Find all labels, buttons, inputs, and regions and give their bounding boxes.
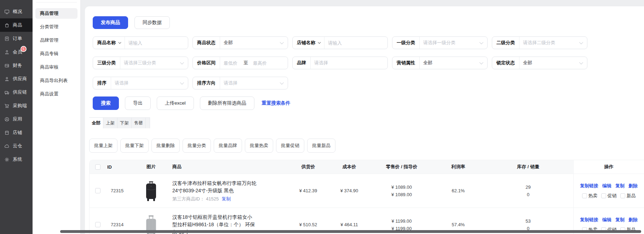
hot-sale-checkbox[interactable] [582,193,587,198]
batch-actions-row: 批量上架 批量下架 批量删除 批量分类 批量品牌 批量热卖 批量促销 批量新品 [89,139,644,153]
filter-lock-status[interactable]: 锁定状态 全部 [492,57,587,69]
submenu-item-product-review[interactable]: 商品审核 [35,62,77,72]
supply-price: ¥ 412.39 [288,188,329,193]
product-image-black-soft-luggage[interactable] [143,180,159,202]
batch-category-button[interactable]: 批量分类 [183,139,211,153]
sidebar-item-finance[interactable]: 财务 [0,59,33,72]
sidebar-item-cloud-warehouse[interactable]: 云仓 [0,139,33,153]
copy-action[interactable]: 复制 [615,217,625,223]
chevron-down-icon [318,41,321,43]
copy-third-party-id-link[interactable]: 复制 [222,196,231,202]
sidebar-item-suppliers[interactable]: 供应商 [0,72,33,86]
price-max-input[interactable] [249,60,271,66]
filter-marketing-attribute[interactable]: 营销属性 全部 [392,57,488,69]
cost-price: ¥ 374.90 [329,188,370,193]
sidebar-item-apps[interactable]: 应用 [0,112,33,126]
sidebar-item-label: 供应链 [13,89,27,95]
upload-excel-button[interactable]: 上传excel [157,96,194,110]
product-status-value: 全部 [220,40,280,46]
filter-label: 排序方向 [197,80,215,86]
filter-sort[interactable]: 排序 请选择 [93,77,188,89]
publish-product-button[interactable]: 发布商品 [93,16,128,29]
filter-product-name-label-select[interactable]: 商品名称 [93,40,125,46]
new-product-checkbox[interactable] [620,193,625,198]
retail-price: ¥ 1199.00 [371,217,432,225]
promotion-checkbox[interactable] [601,193,606,198]
status-tabs: 全部 上架 下架 售罄 [89,117,150,128]
filter-label: 一级分类 [397,40,415,46]
product-id: 72314 [106,222,131,227]
submenu-item-label: 商品专辑 [40,51,58,57]
chevron-down-icon [579,60,583,64]
delete-action[interactable]: 删除 [628,217,638,223]
overview-icon [4,9,10,14]
chevron-down-icon [118,41,121,43]
sidebar-item-supply-chain[interactable]: 供应链 [0,86,33,99]
delete-filtered-button[interactable]: 删除所有筛选商品 [200,96,254,110]
header-stock-sales: 库存 / 销量 [483,164,573,170]
filter-category-level3[interactable]: 三级分类 请选择三级分类 [93,57,188,69]
product-name-input[interactable] [125,40,188,46]
sales-value: 0 [484,191,572,198]
tab-off-shelf[interactable]: 下架 [117,118,132,128]
sidebar-item-orders[interactable]: 订单 [0,32,33,45]
chevron-down-icon [579,40,583,44]
edit-action[interactable]: 编辑 [602,183,611,189]
tab-all[interactable]: 全部 [89,118,103,128]
tab-sold-out[interactable]: 售罄 [132,118,146,128]
filter-shop-name-label-select[interactable]: 店铺名称 [293,40,324,46]
submenu-item-product-management[interactable]: 商品管理 [35,8,77,19]
horizontal-scrollbar[interactable] [60,230,641,233]
sidebar-item-shops[interactable]: 店铺 [0,126,33,139]
filter-label: 品牌 [297,60,306,66]
row-checkbox[interactable] [95,222,100,227]
submenu-item-category-management[interactable]: 分类管理 [35,22,77,32]
batch-brand-button[interactable]: 批量品牌 [214,139,242,153]
sidebar-item-procurement[interactable]: 采购端 [0,99,33,112]
filter-sort-direction[interactable]: 排序方向 请选择 [192,77,288,89]
submenu-item-label: 商品导出列表 [40,77,68,84]
search-button[interactable]: 搜索 [93,96,119,110]
apps-icon [4,117,10,122]
row-checkbox[interactable] [95,188,100,193]
tab-on-shelf[interactable]: 上架 [103,118,117,128]
sidebar-item-label: 商品 [13,22,22,28]
submenu-item-product-albums[interactable]: 商品专辑 [35,48,77,59]
brand-placeholder: 请选择 [311,60,387,66]
filter-label: 锁定状态 [496,60,515,66]
shop-name-input[interactable] [324,40,387,46]
copy-action[interactable]: 复制 [615,183,625,189]
batch-off-shelf-button[interactable]: 批量下架 [120,139,149,153]
edit-action[interactable]: 编辑 [602,217,611,223]
reset-search-link[interactable]: 重置搜索条件 [262,100,291,106]
price-min-input[interactable] [220,60,242,66]
batch-new-product-button[interactable]: 批量新品 [307,139,335,153]
delete-action[interactable]: 删除 [628,183,638,189]
sidebar-item-overview[interactable]: 概况 [0,5,33,18]
submenu-item-product-settings[interactable]: 商品设置 [35,89,77,99]
sidebar-item-products[interactable]: 商品 [0,18,33,32]
batch-on-shelf-button[interactable]: 批量上架 [89,139,117,153]
filter-brand[interactable]: 品牌 请选择 [292,57,388,69]
submenu-item-product-export-list[interactable]: 商品导出列表 [35,75,77,86]
header-profit-rate: 利润率 [433,164,483,170]
export-button[interactable]: 导出 [125,96,151,110]
filter-category-level2[interactable]: 二级分类 请选择二级分类 [492,36,587,49]
copy-link-action[interactable]: 复制链接 [580,183,598,189]
select-all-checkbox[interactable] [95,164,100,170]
batch-promotion-button[interactable]: 批量促销 [276,139,304,153]
product-id: 72315 [106,188,131,193]
sidebar-item-label: 云仓 [13,143,22,149]
copy-link-action[interactable]: 复制链接 [580,217,598,223]
sync-data-button[interactable]: 同步数据 [134,16,170,29]
filter-product-status[interactable]: 商品状态 全部 [192,36,288,49]
hot-sale-label: 热卖 [588,193,598,199]
sidebar-item-members[interactable]: 会员 6 [0,45,33,59]
filter-category-level1[interactable]: 一级分类 请选择一级分类 [392,36,488,49]
batch-delete-button[interactable]: 批量删除 [151,139,180,153]
sidebar-item-system[interactable]: 系统 [0,153,33,166]
product-name[interactable]: 汉客牛津布拉杆箱女帆布行李箱万向轮24寸8039-24寸-升级版 黑色 [172,180,257,194]
batch-hot-sale-button[interactable]: 批量热卖 [245,139,273,153]
finance-icon [4,63,10,68]
submenu-item-brand-management[interactable]: 品牌管理 [35,35,77,46]
